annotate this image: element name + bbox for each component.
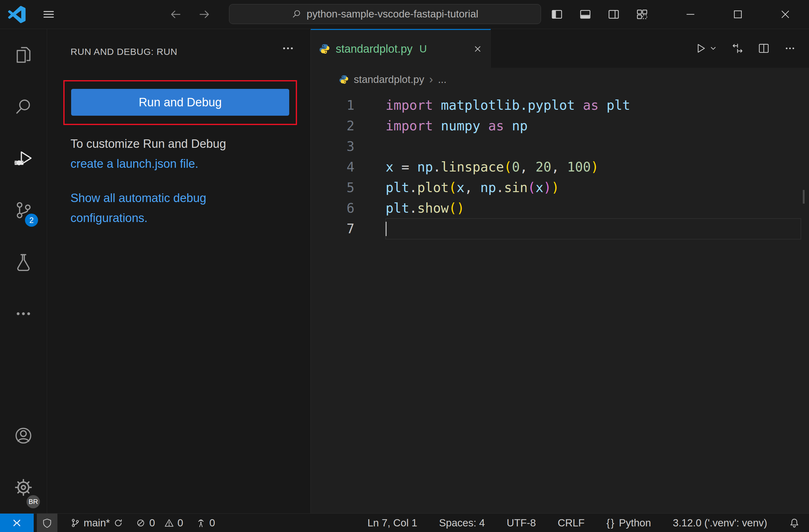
ports-status[interactable]: 0	[196, 517, 215, 529]
customize-layout-icon[interactable]	[628, 8, 656, 21]
tab-bar: standardplot.py U	[311, 29, 809, 68]
run-and-debug-icon	[14, 149, 33, 168]
sidebar-item-search[interactable]	[0, 81, 47, 132]
sidebar-item-more-views[interactable]	[0, 288, 47, 340]
code-text	[385, 218, 801, 239]
open-changes-icon[interactable]	[731, 42, 743, 54]
code-lines: 1import matplotlib.pyplot as plt2import …	[311, 95, 809, 239]
activity-bar-bottom: BR	[0, 410, 47, 513]
forward-arrow-icon[interactable]	[198, 8, 211, 21]
tab-standardplot[interactable]: standardplot.py U	[311, 29, 491, 68]
error-count: 0	[149, 517, 155, 529]
menu-icon[interactable]	[42, 7, 55, 21]
toggle-panel-icon[interactable]	[571, 8, 599, 21]
settings-button[interactable]: BR	[0, 462, 47, 513]
cursor-position[interactable]: Ln 7, Col 1	[367, 517, 417, 529]
line-number: 4	[311, 157, 355, 177]
code-text: x = np.linspace(0, 20, 100)	[385, 157, 801, 177]
status-bar: main* 0 0 0	[0, 513, 809, 532]
line-number: 3	[311, 136, 355, 157]
sidebar-item-source-control[interactable]: 2	[0, 184, 47, 236]
code-line[interactable]: 2import numpy as np	[311, 116, 809, 136]
tab-label: standardplot.py	[336, 42, 412, 55]
indentation-status[interactable]: Spaces: 4	[439, 517, 485, 529]
code-line[interactable]: 4x = np.linspace(0, 20, 100)	[311, 157, 809, 177]
warning-count: 0	[177, 517, 183, 529]
code-editor[interactable]: 1import matplotlib.pyplot as plt2import …	[311, 91, 809, 513]
close-tab-icon[interactable]	[473, 44, 482, 54]
chevron-right-icon: ›	[429, 73, 433, 86]
accounts-button[interactable]	[0, 410, 47, 462]
language-status[interactable]: {} Python	[606, 517, 651, 529]
title-bar: python-sample-vscode-fastapi-tutorial	[0, 0, 809, 29]
line-number: 1	[311, 95, 355, 116]
more-actions-icon[interactable]	[784, 42, 796, 54]
problems-status[interactable]: 0 0	[136, 517, 183, 529]
status-right: Ln 7, Col 1 Spaces: 4 UTF-8 CRLF {} Pyth…	[367, 517, 809, 529]
search-icon	[14, 97, 33, 116]
profile-badge: BR	[27, 495, 40, 508]
breadcrumb-file[interactable]: standardplot.py	[354, 74, 424, 86]
maximize-button[interactable]	[714, 0, 761, 29]
code-line[interactable]: 6plt.show()	[311, 198, 809, 218]
toggle-primary-sidebar-icon[interactable]	[543, 8, 571, 21]
gear-icon	[14, 478, 33, 497]
code-line[interactable]: 7	[311, 218, 809, 239]
editor-actions	[695, 29, 809, 68]
sidebar-item-testing[interactable]	[0, 236, 47, 288]
line-number: 2	[311, 116, 355, 136]
command-center-search[interactable]: python-sample-vscode-fastapi-tutorial	[229, 4, 541, 24]
titlebar-right	[543, 0, 809, 29]
python-file-icon	[339, 74, 349, 85]
minimize-button[interactable]	[667, 0, 714, 29]
panel-title: RUN AND DEBUG: RUN	[70, 47, 177, 57]
branch-name: main*	[84, 517, 110, 529]
nav-arrows	[169, 0, 211, 29]
toggle-secondary-sidebar-icon[interactable]	[599, 8, 628, 21]
encoding-status[interactable]: UTF-8	[507, 517, 536, 529]
workbench: 2	[0, 29, 809, 513]
sidebar-item-run-and-debug[interactable]	[0, 132, 47, 184]
create-launch-json-link[interactable]: create a launch.json file.	[70, 157, 199, 170]
code-text: plt.plot(x, np.sin(x))	[385, 177, 801, 198]
text-cursor	[385, 222, 386, 236]
code-line[interactable]: 1import matplotlib.pyplot as plt	[311, 95, 809, 116]
files-icon	[14, 46, 33, 64]
sync-icon[interactable]	[114, 518, 123, 528]
back-arrow-icon[interactable]	[169, 8, 182, 21]
run-python-file-button[interactable]	[695, 42, 717, 54]
breadcrumb[interactable]: standardplot.py › ...	[311, 68, 809, 91]
layout-controls	[543, 8, 656, 21]
code-text: import matplotlib.pyplot as plt	[385, 95, 801, 116]
workspace-trust-button[interactable]	[37, 514, 57, 532]
customize-hint: To customize Run and Debug create a laun…	[70, 134, 253, 174]
show-all-configurations-link[interactable]: Show all automatic debug configurations.	[70, 192, 206, 225]
vscode-window: python-sample-vscode-fastapi-tutorial	[0, 0, 809, 532]
code-text: import numpy as np	[385, 116, 801, 136]
notifications-bell-icon[interactable]	[789, 518, 799, 528]
language-name: Python	[619, 517, 651, 529]
python-file-icon	[319, 43, 330, 55]
source-control-badge: 2	[25, 214, 38, 227]
breadcrumb-more[interactable]: ...	[438, 74, 447, 86]
branch-icon	[70, 518, 80, 528]
account-icon	[14, 426, 33, 445]
code-line[interactable]: 3	[311, 136, 809, 157]
radio-tower-icon	[196, 518, 206, 528]
python-interpreter-status[interactable]: 3.12.0 ('.venv': venv)	[673, 517, 767, 529]
close-window-button[interactable]	[761, 0, 809, 29]
vscode-logo-icon	[8, 6, 25, 23]
split-editor-icon[interactable]	[758, 42, 770, 54]
git-branch-status[interactable]: main*	[70, 517, 123, 529]
eol-status[interactable]: CRLF	[558, 517, 585, 529]
sidebar-item-explorer[interactable]	[0, 29, 47, 81]
run-dropdown-chevron-icon[interactable]	[709, 44, 717, 52]
code-line[interactable]: 5plt.plot(x, np.sin(x))	[311, 177, 809, 198]
status-left: main* 0 0 0	[0, 514, 215, 532]
run-and-debug-button[interactable]: Run and Debug	[71, 89, 289, 116]
views-and-more-actions-icon[interactable]	[281, 41, 295, 55]
remote-indicator[interactable]	[0, 514, 34, 532]
activity-bar: 2	[0, 29, 47, 513]
run-and-debug-panel: RUN AND DEBUG: RUN Run and Debug To cust…	[47, 29, 311, 513]
braces-icon: {}	[606, 517, 615, 529]
